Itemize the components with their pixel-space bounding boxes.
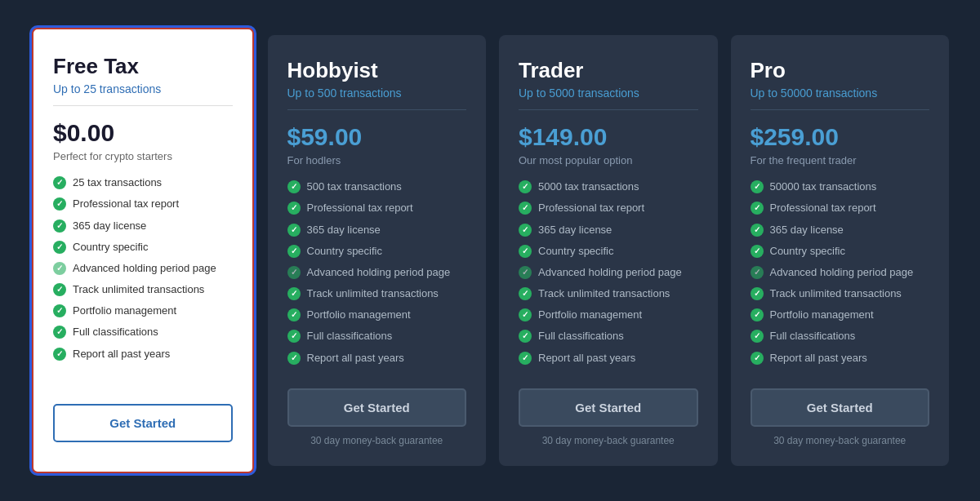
plan-description: Perfect for crypto starters bbox=[53, 150, 233, 162]
check-icon bbox=[53, 326, 66, 339]
feature-text: 365 day license bbox=[538, 223, 612, 237]
feature-item: 5000 tax transactions bbox=[519, 180, 698, 194]
feature-item: 50000 tax transactions bbox=[751, 180, 930, 194]
feature-text: Report all past years bbox=[73, 347, 170, 361]
check-icon bbox=[53, 304, 66, 317]
feature-text: 5000 tax transactions bbox=[538, 180, 639, 194]
feature-text: Portfolio management bbox=[538, 308, 642, 322]
feature-item: Professional tax report bbox=[519, 201, 698, 215]
feature-item: Report all past years bbox=[53, 347, 233, 361]
money-back-text: 30 day money-back guarantee bbox=[519, 435, 698, 446]
feature-item: 365 day license bbox=[519, 223, 698, 237]
check-icon bbox=[751, 352, 764, 365]
plan-description: For hodlers bbox=[287, 154, 467, 166]
check-icon bbox=[751, 308, 764, 321]
check-icon bbox=[287, 330, 301, 343]
get-started-button[interactable]: Get Started bbox=[751, 388, 930, 427]
feature-item: Country specific bbox=[287, 244, 467, 259]
feature-text: Country specific bbox=[770, 244, 845, 259]
feature-text: Country specific bbox=[307, 244, 382, 259]
money-back-text: 30 day money-back guarantee bbox=[287, 435, 467, 446]
check-icon bbox=[53, 176, 66, 189]
check-icon bbox=[519, 330, 532, 343]
check-icon bbox=[53, 283, 66, 296]
feature-text: Track unlimited transactions bbox=[538, 286, 670, 301]
feature-item: Track unlimited transactions bbox=[751, 286, 930, 301]
feature-item: Full classifications bbox=[287, 329, 467, 344]
feature-text: Advanced holding period page bbox=[538, 265, 682, 280]
feature-item: Track unlimited transactions bbox=[287, 286, 467, 301]
money-back-text: 30 day money-back guarantee bbox=[751, 435, 930, 446]
feature-item: Full classifications bbox=[751, 329, 930, 344]
feature-item: Country specific bbox=[53, 240, 233, 255]
feature-text: Advanced holding period page bbox=[307, 265, 451, 280]
feature-item: Report all past years bbox=[519, 351, 698, 366]
feature-text: 365 day license bbox=[73, 219, 146, 233]
feature-text: Advanced holding period page bbox=[770, 265, 914, 280]
feature-item: Country specific bbox=[519, 244, 698, 259]
feature-item: Advanced holding period page bbox=[287, 265, 467, 280]
features-list: 5000 tax transactions Professional tax r… bbox=[519, 180, 698, 372]
feature-item: Portfolio management bbox=[53, 304, 233, 318]
feature-text: Track unlimited transactions bbox=[307, 286, 439, 301]
check-icon bbox=[287, 202, 301, 215]
check-icon bbox=[519, 202, 532, 215]
check-icon bbox=[751, 287, 764, 300]
feature-text: Professional tax report bbox=[73, 197, 179, 211]
check-icon bbox=[287, 352, 301, 365]
feature-text: Country specific bbox=[73, 240, 148, 255]
feature-text: Full classifications bbox=[73, 325, 158, 339]
feature-item: Advanced holding period page bbox=[519, 265, 698, 280]
feature-item: Country specific bbox=[751, 244, 930, 259]
plan-name: Pro bbox=[751, 58, 930, 83]
feature-item: 25 tax transactions bbox=[53, 175, 233, 190]
feature-text: Full classifications bbox=[538, 329, 624, 344]
check-icon bbox=[519, 266, 532, 279]
check-icon bbox=[751, 224, 764, 237]
check-icon bbox=[287, 266, 301, 279]
check-icon bbox=[751, 266, 764, 279]
feature-item: Track unlimited transactions bbox=[53, 282, 233, 297]
feature-text: Country specific bbox=[538, 244, 613, 259]
feature-text: Full classifications bbox=[770, 329, 856, 344]
check-icon bbox=[751, 180, 764, 193]
check-icon bbox=[751, 330, 764, 343]
plan-price: $259.00 bbox=[751, 123, 930, 151]
check-icon bbox=[519, 352, 532, 365]
feature-item: Full classifications bbox=[519, 329, 698, 344]
get-started-button[interactable]: Get Started bbox=[519, 388, 698, 427]
feature-item: 365 day license bbox=[287, 223, 467, 237]
feature-item: Professional tax report bbox=[53, 197, 233, 211]
check-icon bbox=[751, 202, 764, 215]
feature-item: Portfolio management bbox=[519, 308, 698, 322]
plan-transactions: Up to 50000 transactions bbox=[751, 86, 930, 100]
feature-text: Portfolio management bbox=[73, 304, 176, 318]
feature-item: Report all past years bbox=[287, 351, 467, 366]
get-started-button[interactable]: Get Started bbox=[287, 388, 467, 427]
divider bbox=[751, 109, 930, 110]
plan-price: $149.00 bbox=[519, 123, 698, 151]
feature-item: Full classifications bbox=[53, 325, 233, 339]
check-icon bbox=[287, 245, 301, 258]
feature-text: Report all past years bbox=[307, 351, 404, 366]
feature-text: Track unlimited transactions bbox=[770, 286, 902, 301]
check-icon bbox=[519, 224, 532, 237]
feature-item: 365 day license bbox=[53, 219, 233, 233]
plan-transactions: Up to 500 transactions bbox=[287, 86, 467, 100]
check-icon bbox=[287, 180, 301, 193]
check-icon bbox=[287, 224, 301, 237]
feature-text: 50000 tax transactions bbox=[770, 180, 877, 194]
feature-text: Professional tax report bbox=[770, 201, 876, 215]
check-icon bbox=[53, 262, 66, 275]
divider bbox=[53, 105, 233, 106]
divider bbox=[287, 109, 467, 110]
plan-name: Hobbyist bbox=[287, 58, 467, 83]
check-icon bbox=[53, 241, 66, 254]
plan-description: For the frequent trader bbox=[751, 154, 930, 166]
check-icon bbox=[53, 219, 66, 233]
features-list: 25 tax transactions Professional tax rep… bbox=[53, 175, 233, 388]
plan-description: Our most popular option bbox=[519, 154, 698, 166]
plan-card-trader: Trader Up to 5000 transactions $149.00 O… bbox=[499, 35, 718, 466]
get-started-button[interactable]: Get Started bbox=[53, 404, 233, 442]
feature-item: Advanced holding period page bbox=[751, 265, 930, 280]
